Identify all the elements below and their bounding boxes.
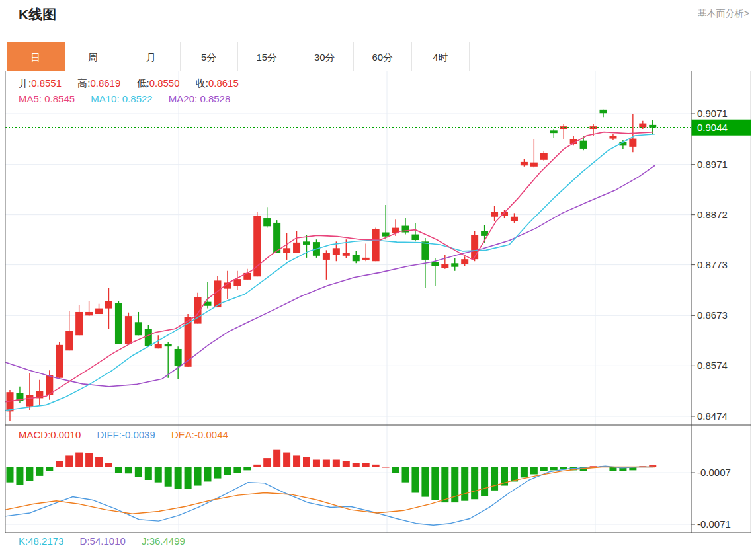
macd-bar (481, 467, 488, 496)
candle-body (441, 264, 448, 268)
candle-body (115, 303, 122, 344)
candle-body (382, 233, 390, 237)
tab-4hour[interactable]: 4时 (412, 42, 470, 71)
macd-bar (333, 460, 340, 467)
macd-bar (362, 463, 370, 467)
tab-week[interactable]: 周 (65, 42, 123, 71)
candle-body (362, 258, 370, 260)
macd-bar (283, 453, 290, 467)
macd-bar (135, 467, 142, 477)
macd-bar (540, 467, 548, 471)
macd-bar (204, 467, 212, 482)
candle-body (175, 349, 182, 366)
candle-body (85, 312, 93, 315)
macd-bar (392, 467, 399, 473)
candle-body (629, 139, 636, 147)
candle-body (155, 344, 162, 348)
macd-bar (243, 467, 251, 471)
macd-bar (402, 467, 409, 483)
macd-bar (372, 465, 380, 467)
tab-15min[interactable]: 15分 (238, 42, 296, 71)
tab-5min[interactable]: 5分 (181, 42, 239, 71)
candle-body (333, 248, 340, 255)
macd-bar (214, 467, 221, 479)
candle-body (165, 344, 172, 346)
price-tick-label: 0.8474 (697, 411, 728, 422)
macd-bar (491, 467, 498, 491)
macd-bar (175, 467, 182, 489)
candle-body (303, 241, 310, 245)
candle-body (65, 331, 73, 350)
candle-body (125, 316, 132, 344)
macd-bar (461, 467, 468, 501)
candle-body (343, 253, 350, 256)
macd-bar (56, 461, 63, 467)
candle-body (263, 218, 271, 226)
tab-60min[interactable]: 60分 (354, 42, 412, 71)
price-tick-label: 0.8971 (697, 159, 728, 170)
price-tick-label: 0.8574 (697, 360, 728, 371)
tab-day[interactable]: 日 (7, 42, 65, 71)
macd-bar (155, 467, 162, 483)
macd-bar (530, 467, 538, 475)
macd-bar (165, 467, 172, 487)
macd-bar (65, 455, 73, 467)
candle-body (253, 216, 261, 276)
candle-body (421, 241, 429, 260)
candle-body (609, 136, 616, 139)
macd-bar (353, 463, 360, 467)
kline-page: K线图 基本面分析> 日 周 月 5分 15分 30分 60分 4时 0.907… (0, 0, 756, 550)
macd-bar (273, 450, 280, 467)
macd-bar (550, 467, 558, 471)
macd-bar (253, 465, 261, 467)
candle-body (135, 322, 142, 335)
candle-body (233, 279, 241, 286)
macd-bar (343, 461, 350, 467)
header-divider (7, 28, 751, 28)
price-tick-label: 0.8773 (697, 259, 728, 270)
macd-bar (224, 467, 231, 475)
macd-bar (46, 467, 53, 471)
candle-body (451, 263, 458, 266)
candle-body (550, 130, 558, 133)
kline-chart[interactable]: 0.90710.89710.88720.87730.86730.85740.84… (0, 71, 756, 550)
candle-body (431, 262, 439, 266)
macd-bar (95, 457, 103, 467)
macd-tick-label: -0.0007 (697, 467, 731, 478)
macd-bar (441, 467, 448, 503)
candle-body (491, 212, 498, 217)
macd-bar (105, 463, 112, 467)
macd-bar (471, 467, 478, 500)
candle-body (511, 217, 518, 221)
macd-bar (521, 467, 528, 478)
candle-body (75, 312, 83, 335)
tab-30min[interactable]: 30分 (296, 42, 355, 71)
macd-bar (75, 453, 83, 467)
candle-body (372, 229, 380, 261)
price-tick-label: 0.9071 (697, 108, 728, 119)
candle-body (600, 110, 607, 113)
candle-body (283, 248, 290, 253)
page-title: K线图 (19, 5, 56, 24)
macd-bar (421, 467, 429, 497)
candle-body (411, 235, 419, 240)
macd-bar (323, 460, 330, 467)
candle-body (95, 309, 103, 314)
candle-body (471, 235, 478, 259)
macd-bar (431, 467, 439, 500)
candle-body (56, 345, 63, 378)
macd-bar (303, 457, 310, 467)
macd-bar (511, 467, 518, 482)
candle-body (353, 255, 360, 261)
macd-bar (145, 467, 152, 481)
candle-body (521, 162, 528, 165)
fundamental-analysis-link[interactable]: 基本面分析> (698, 8, 749, 20)
macd-bar (36, 467, 43, 476)
macd-bar (125, 467, 132, 474)
macd-bar (263, 458, 271, 467)
macd-bar (411, 467, 419, 493)
candle-body (649, 125, 656, 128)
macd-bar (185, 467, 192, 489)
candle-body (105, 301, 112, 309)
tab-month[interactable]: 月 (122, 42, 181, 71)
